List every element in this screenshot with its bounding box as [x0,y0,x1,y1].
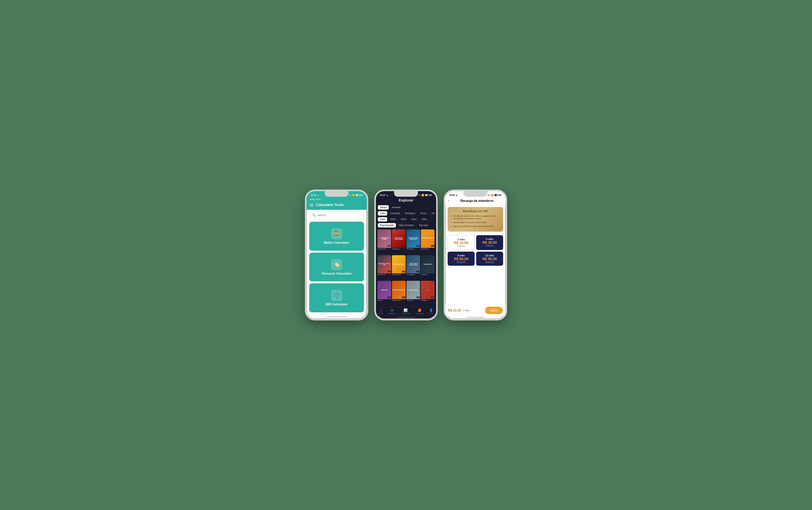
vip-benefit-3: ✔ Mais de 5.000.000 recursos de filmes e… [451,225,500,228]
benefit-text-3: Mais de 5.000.000 recursos de filmes em … [454,225,493,228]
filter-tudo-2[interactable]: Tudo [378,217,387,222]
movie-card-4[interactable]: DIVERTIDA MENTE 2 8.1 Divertida Me... [421,229,435,250]
filter-terror[interactable]: Terror [418,211,428,216]
plan-1-mes[interactable]: 1 mês R$ 15.00 R$30.00 [447,235,474,250]
phone-3-status-bar: 10:59 ▲ ▪▪▪ 🛜 62 [445,191,505,198]
bmi-calculator-button[interactable]: ⚖️ BMI Calculator [309,283,364,312]
phone-3-time: 10:59 [449,194,455,196]
back-button[interactable]: ‹ [448,199,451,203]
maths-label: Maths Calculator [324,241,349,245]
discount-calculator-button[interactable]: 🏷️ Discount Calculator [309,253,364,282]
filter-2021[interactable]: 2021 [420,217,429,222]
indicacao-icon: 🎁 [418,308,422,312]
phone-1-time: 10:46 [311,194,316,196]
plan-1-duration: 1 mês [458,238,465,241]
battery-level: 64 [360,194,363,196]
wifi-icon-3: 🛜 [491,194,494,197]
plan-3-mes[interactable]: 3 mês R$ 38.00 R$90.00 [476,235,503,250]
phone-2-title: Explorar [376,198,436,204]
filter-filmes[interactable]: Filmes [378,205,389,209]
location-icon-2: ▲ [386,194,388,196]
check-icon-2: ✔ [451,221,452,224]
movie-card-11[interactable]: IMACULADA 8.1 Imaculada [406,281,420,302]
inicio-icon: ⊙ [380,308,382,312]
movie-rating-7: 7.2 [416,271,420,273]
movie-rating-2: 8.4 [402,245,405,247]
movie-card-12[interactable]: $20 Ad 8.0 Deadpool [421,281,435,302]
nav-meu[interactable]: 👤 Meu [429,308,433,314]
filter-row-1: Filmes Novelas [376,204,436,210]
filter-tudo-1[interactable]: Tudo [378,211,387,216]
notch-spacer-2 [393,193,414,197]
phone-2-status-right: ▪▪▪ 🛜 63 [418,194,432,197]
plan-6-mes[interactable]: 6 mês R$ 58.00 R$180.00 [447,252,474,266]
location-icon: ▲ [317,194,319,196]
movie-card-7[interactable]: UM LUGAR SILENCIOSO 7.2 Um Lugar Sil... [406,255,420,276]
battery-icon [356,194,359,196]
wifi-icon: 🛜 [352,194,355,197]
phone-2-status-bar: 10:47 ▲ ▪▪▪ 🛜 63 [376,191,436,198]
movie-card-2[interactable]: DEADPOOL WOLVERINE 8.4 Deadpool &... [392,229,406,250]
movie-card-10[interactable]: MISSÃO CRUZADA 8.7 Missão Cruza... [392,281,406,302]
filter-row-2: Tudo Comédia Romance Terror Fic [376,210,436,216]
movie-rating-11: 8.1 [416,296,420,298]
nav-explorar[interactable]: ⊞ Explorar [389,308,396,314]
signal-icon: ▪▪▪ [349,194,351,196]
filter-comedia[interactable]: Comédia [388,211,402,216]
benefit-text-2: oportunidades ilimitadas de download [454,221,487,224]
movie-card-5[interactable]: BAD BOYS ATE O FIM 7.2 Bad Boys: At... [377,255,391,276]
battery-icon-3 [494,194,498,196]
nav-indicacao[interactable]: 🎁 Indicação [416,308,424,314]
search-bar[interactable]: 🔍 [309,212,364,219]
filter-2022[interactable]: 2022 [409,217,418,222]
discount-label: Discount Calculator [322,272,351,276]
phone-1-header: Calculator Tools [307,201,367,210]
nav-inicio[interactable]: ⊙ Início [379,308,383,314]
battery-level-2: 63 [430,194,432,196]
plan-6-price: R$ 58.00 [454,257,468,261]
app-store-label: ◀ App Store [307,198,367,201]
filter-fic[interactable]: Fic [430,211,437,216]
filter-mais-recentes[interactable]: Mais recentes [397,223,416,227]
movie-rating-10: 8.7 [402,296,405,298]
movie-title-5: Bad Boys: At... [377,274,391,276]
movie-rating-8: 8.0 [431,271,434,273]
phone-1-status-left: 10:46 ▲ [311,194,319,196]
movie-rating-5: 7.2 [387,271,391,273]
plan-3-original: R$90.00 [486,245,493,247]
filter-2023[interactable]: 2023 [399,217,408,222]
vip-card: Benefícios de VIP ✔ isenção de anúncios … [447,207,503,232]
battery-fill-3 [495,195,497,196]
location-icon-3: ▲ [456,194,458,196]
search-icon: 🔍 [312,214,316,217]
movie-card-6[interactable]: MEU MALVADO 8.5 Meu Malvado... [392,255,406,276]
plan-12-duration: 12 mês [485,254,494,257]
filter-popularidade[interactable]: Popularidade [378,223,396,227]
vip-benefit-2: ✔ oportunidades ilimitadas de download [451,221,500,224]
plan-12-mes[interactable]: 12 mês R$ 98.00 R$360.00 [476,252,503,266]
movie-title-9: Twisters [377,299,391,302]
movie-card-8[interactable]: ARMADILHA 8.0 Armadilha [421,255,435,276]
filter-romance[interactable]: Romance [403,211,417,216]
movie-title-11: Imaculada [406,299,420,302]
hamburger-icon[interactable] [310,204,313,206]
vip-benefit-1: ✔ isenção de anúncios em vídeo na página… [451,215,500,220]
maths-icon: 🧮 [331,228,342,239]
maths-calculator-button[interactable]: 🧮 Maths Calculator [309,222,364,251]
plan-12-price: R$ 98.00 [482,257,497,261]
movie-card-1[interactable]: É ASSIM QUE ACABA 8.0 É Assim que... [377,229,391,250]
movie-title-10: Missão Cruza... [392,299,406,302]
battery-level-3: 62 [499,194,501,196]
filter-novelas[interactable]: Novelas [390,205,402,209]
nav-tendencias[interactable]: 📊 Tendências [401,308,410,314]
search-input[interactable] [317,214,361,217]
filter-2024[interactable]: 2024 [388,217,398,222]
movie-card-3[interactable]: PLANETA DOS MACACOS 6.3 Planeta dos... [406,229,420,250]
next-button[interactable]: Next [485,307,503,314]
phone-2-time: 10:47 [380,194,385,196]
movie-card-9[interactable]: TWISTERS 7.3 Twisters [377,281,391,302]
plan-1-original: R$30.00 [457,245,465,247]
battery-fill-2 [426,195,427,196]
phone-1-title: Calculator Tools [316,203,344,207]
filter-top-hoje[interactable]: Top hoje [417,223,430,227]
